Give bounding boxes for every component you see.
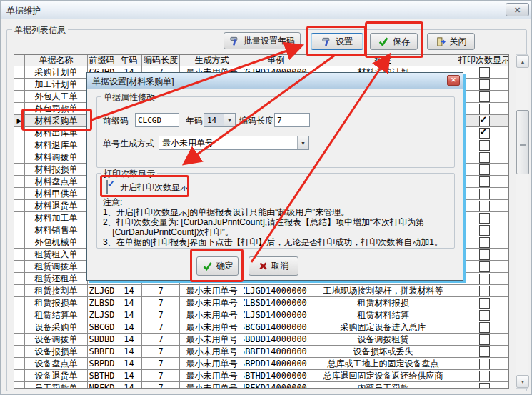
cell-print-checkbox[interactable] xyxy=(458,249,509,261)
close-button[interactable]: 关闭 xyxy=(427,33,475,50)
cell-print-checkbox[interactable] xyxy=(458,358,509,370)
cell-print-checkbox[interactable] xyxy=(458,79,509,91)
cell-print-checkbox[interactable] xyxy=(458,370,509,382)
print-count-checkbox[interactable] xyxy=(479,237,490,248)
cell-print-checkbox[interactable] xyxy=(458,382,509,389)
cell-print-checkbox[interactable] xyxy=(458,285,509,297)
print-count-checkbox[interactable] xyxy=(479,104,490,114)
triangle-down-icon: ▼ xyxy=(521,379,526,384)
cell-print-checkbox[interactable] xyxy=(458,297,509,309)
table-row[interactable]: 员工罚款单 NBFKD 14 7 最小未用单号 NBFKD140000001 内… xyxy=(14,382,509,389)
chevron-down-icon[interactable]: ▼ xyxy=(224,114,235,126)
cell-sample: SBTHD140000001 xyxy=(244,370,308,382)
enable-print-count-checkbox[interactable] xyxy=(106,180,108,194)
row-selector-cell xyxy=(14,127,25,139)
code-length-input[interactable]: 7 xyxy=(274,113,310,127)
settings-button[interactable]: 设置 xyxy=(311,33,363,50)
print-count-checkbox[interactable] xyxy=(479,189,490,199)
gen-mode-select[interactable]: 最小未用单号 ▼ xyxy=(159,136,309,150)
batch-set-year-button[interactable]: 批量设置年码 xyxy=(224,32,301,49)
cell-print-checkbox[interactable] xyxy=(458,91,509,103)
scroll-up-button[interactable]: ▲ xyxy=(516,55,529,68)
window-close-button[interactable]: ✕ xyxy=(506,3,529,16)
print-count-checkbox[interactable] xyxy=(479,152,490,163)
cell-print-checkbox[interactable] xyxy=(458,188,509,200)
print-count-checkbox[interactable] xyxy=(479,140,490,151)
cell-print-checkbox[interactable] xyxy=(458,164,509,176)
table-row[interactable]: 租赁接割单 ZLJGD 14 7 最小未用单号 ZLJGD140000001 工… xyxy=(14,285,509,297)
cell-print-checkbox[interactable] xyxy=(458,236,509,249)
year-select[interactable]: 14 ▼ xyxy=(204,113,236,127)
cell-description: 内部员工罚款 xyxy=(308,382,458,389)
table-row[interactable]: 设备退货单 SBTHD 14 7 最小未用单号 SBTHD140000001 总… xyxy=(14,370,509,382)
prefix-input[interactable]: CLCGD xyxy=(135,113,179,127)
table-row[interactable]: 设备报损单 SBBFD 14 7 最小未用单号 SBBFD140000001 设… xyxy=(14,346,509,358)
print-count-checkbox[interactable] xyxy=(479,371,490,381)
cell-print-checkbox[interactable] xyxy=(458,212,509,224)
table-row[interactable]: 设备调拨单 SBDBD 14 7 最小未用单号 SBDBD140000001 设… xyxy=(14,334,509,346)
table-row[interactable]: 租赁报损单 ZLBSD 14 7 最小未用单号 ZLBSD140000001 租… xyxy=(14,297,509,309)
cell-prefix: ZLJGD xyxy=(88,285,116,297)
cell-code-length: 7 xyxy=(142,297,180,309)
print-count-checkbox[interactable] xyxy=(479,116,490,126)
print-count-checkbox[interactable] xyxy=(479,164,490,175)
prefix-label: 前缀码 xyxy=(103,115,129,127)
print-count-checkbox[interactable] xyxy=(479,249,490,260)
print-count-checkbox[interactable] xyxy=(479,298,490,309)
cell-print-checkbox[interactable] xyxy=(458,309,509,321)
scrollbar-thumb[interactable] xyxy=(516,110,529,174)
cell-print-checkbox[interactable] xyxy=(458,151,509,164)
cell-sample: SBCGD140000001 xyxy=(244,321,308,334)
print-count-checkbox[interactable] xyxy=(479,359,490,369)
print-count-checkbox[interactable] xyxy=(479,91,490,102)
cancel-button[interactable]: 取消 xyxy=(249,256,298,276)
cell-print-checkbox[interactable] xyxy=(458,334,509,346)
cell-name: 材料采购单 xyxy=(25,115,88,127)
print-count-checkbox[interactable] xyxy=(479,261,490,272)
print-count-checkbox[interactable] xyxy=(479,383,490,389)
dialog-close-button[interactable]: ✕ xyxy=(447,75,460,86)
ok-button[interactable]: 确定 xyxy=(196,256,239,276)
print-count-checkbox[interactable] xyxy=(479,79,490,90)
print-count-checkbox[interactable] xyxy=(479,201,490,211)
print-count-checkbox[interactable] xyxy=(479,310,490,321)
cell-code-length: 7 xyxy=(142,334,180,346)
table-row[interactable]: 设备采购单 SBCGD 14 7 最小未用单号 SBCGD140000001 采… xyxy=(14,321,509,334)
cell-print-checkbox[interactable] xyxy=(458,127,509,139)
cell-print-checkbox[interactable] xyxy=(458,224,509,236)
cell-print-checkbox[interactable] xyxy=(458,176,509,188)
cell-print-checkbox[interactable] xyxy=(458,115,509,127)
print-count-checkbox[interactable] xyxy=(479,213,490,224)
print-count-checkbox[interactable] xyxy=(479,346,490,357)
prefix-value: CLCGD xyxy=(138,116,161,125)
cell-print-checkbox[interactable] xyxy=(458,139,509,151)
scroll-down-button[interactable]: ▼ xyxy=(516,375,529,388)
cell-gen-mode: 最小未用单号 xyxy=(180,334,244,346)
table-row[interactable]: 设备盘点单 SBPDD 14 7 最小未用单号 SBPDD140000001 总… xyxy=(14,358,509,370)
cell-print-checkbox[interactable] xyxy=(458,103,509,115)
save-button[interactable]: 保存 xyxy=(370,33,418,50)
vertical-scrollbar[interactable]: ▲ ▼ xyxy=(516,54,528,389)
cell-code-length: 7 xyxy=(142,382,180,389)
cell-print-checkbox[interactable] xyxy=(458,346,509,358)
print-count-checkbox[interactable] xyxy=(479,128,490,139)
table-row[interactable]: 租赁结算单 ZLJSD 14 7 最小未用单号 ZLJSD140000001 租… xyxy=(14,309,509,321)
cell-print-checkbox[interactable] xyxy=(458,66,509,79)
print-count-checkbox[interactable] xyxy=(479,176,490,187)
gen-mode-value: 最小未用单号 xyxy=(159,136,297,149)
print-count-checkbox[interactable] xyxy=(479,67,490,78)
print-count-checkbox[interactable] xyxy=(479,274,490,284)
cell-print-checkbox[interactable] xyxy=(458,200,509,212)
print-count-checkbox[interactable] xyxy=(479,322,490,333)
print-count-checkbox[interactable] xyxy=(479,334,490,345)
dialog-titlebar: 单据设置[材料采购单] ✕ xyxy=(87,73,463,89)
cell-print-checkbox[interactable] xyxy=(458,261,509,273)
print-count-checkbox[interactable] xyxy=(479,225,490,236)
code-length-label: 编码长度 xyxy=(239,115,273,127)
chevron-down-icon[interactable]: ▼ xyxy=(297,136,308,149)
cell-name: 材料退货单 xyxy=(25,200,88,212)
cell-print-checkbox[interactable] xyxy=(458,273,509,285)
cell-print-checkbox[interactable] xyxy=(458,321,509,334)
print-count-checkbox[interactable] xyxy=(479,286,490,296)
cell-code-length: 7 xyxy=(142,370,180,382)
